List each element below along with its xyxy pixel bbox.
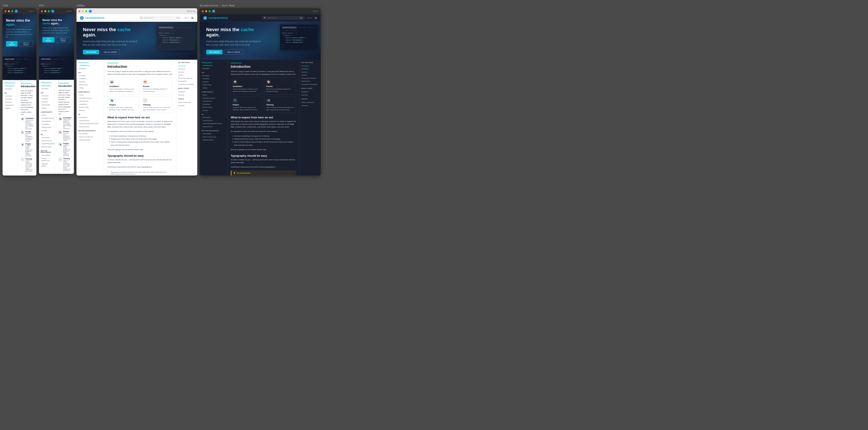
get-started-button-2[interactable]: Get Started — [42, 37, 55, 42]
sidebar-layoutortho-4[interactable]: LayoutOrthographicCamera — [202, 122, 225, 125]
code-tab-build[interactable]: build.css — [24, 58, 30, 60]
get-started-button-3[interactable]: Get Started — [83, 50, 99, 55]
github-icon-4[interactable]: ⚙ — [314, 16, 317, 20]
sidebar-examples-4[interactable]: Examples — [202, 67, 225, 70]
toc-installation-4[interactable]: Installation — [301, 90, 319, 94]
sidebar-3d-intro-4[interactable]: Introduction — [202, 116, 225, 119]
sidebar-reduce-3[interactable]: Reduce bundle size — [78, 135, 102, 139]
sidebar-layoutgroup-3[interactable]: LayoutGroup — [78, 100, 102, 103]
sidebar-motionconfig-4[interactable]: MotionConfig — [202, 106, 225, 109]
view-github-button-2[interactable]: View on GitHub — [56, 37, 70, 43]
sidebar-examples-3[interactable]: Examples — [78, 67, 102, 70]
view-github-button-3[interactable]: View on GitHub — [100, 49, 120, 55]
navbar-search-4[interactable]: 🔍 Search docs KK — [262, 16, 305, 20]
toc-installation-3[interactable]: Installation — [178, 90, 195, 94]
sidebar-gestures-1[interactable]: Gestures — [4, 101, 16, 104]
toc-ssr-3[interactable]: Server-side rendering — [178, 77, 195, 80]
sidebar-utilities-1[interactable]: Utilities — [4, 107, 16, 110]
maximize-dot[interactable] — [11, 10, 13, 12]
sidebar-introduction-1[interactable]: Introduction — [4, 85, 16, 88]
toc-motionvalues-4[interactable]: MotionValues — [301, 80, 319, 83]
toc-variants-3[interactable]: Variants — [178, 74, 195, 77]
github-icon-3[interactable]: ⚙ — [191, 16, 194, 20]
sidebar-transition-2[interactable]: Transition — [41, 97, 53, 101]
toc-animations-3[interactable]: Animations — [178, 68, 195, 71]
code-tab-build-2[interactable]: build.css — [60, 58, 66, 60]
sidebar-utilities-3[interactable]: Utilities — [78, 87, 102, 90]
minimize-dot-4[interactable] — [205, 10, 207, 12]
sidebar-motioncanvas-2[interactable]: MotionCanvas — [41, 145, 53, 148]
get-started-button-4[interactable]: Get Started — [206, 50, 222, 55]
maximize-dot-3[interactable] — [85, 10, 87, 12]
sidebar-animation-1[interactable]: Animation — [4, 95, 16, 98]
sidebar-motionvalue-2[interactable]: MotionValue — [41, 103, 53, 107]
sidebar-reduce-bundle-2[interactable]: Reduce bundle size — [41, 157, 53, 162]
toc-scroll-3[interactable]: Scroll-based animations — [178, 83, 195, 86]
close-dot-4[interactable] — [202, 10, 204, 12]
code-tab-index-3[interactable]: index.html — [175, 26, 183, 29]
sidebar-motion-4[interactable]: Motion — [202, 94, 225, 97]
sidebar-lazymotion-4[interactable]: LazyMotion — [202, 103, 225, 106]
sidebar-motioncanvas-4[interactable]: MotionCanvas — [202, 125, 225, 129]
toc-scroll-4[interactable]: Scroll-based animations — [301, 83, 319, 86]
sidebar-reorder-3[interactable]: Reorder — [78, 109, 102, 112]
sidebar-layoutcamera-2[interactable]: LayoutCamera — [41, 139, 53, 142]
code-tab-config-2[interactable]: tailwind.config.js — [41, 58, 51, 60]
toc-gestures-3[interactable]: Gestures — [178, 71, 195, 74]
code-tab-config-3[interactable]: tailwind.config.js — [158, 26, 174, 29]
minimize-dot-3[interactable] — [82, 10, 84, 12]
sidebar-animation-4[interactable]: Animation — [202, 74, 225, 77]
sidebar-animation-2[interactable]: Animation — [41, 94, 53, 98]
sidebar-utilities-4[interactable]: Utilities — [202, 87, 225, 90]
sidebar-3d-intro-3[interactable]: Introduction — [78, 116, 102, 119]
sidebar-transition-4[interactable]: Transition — [202, 77, 225, 80]
code-tab-build-4[interactable]: build.css — [308, 26, 316, 29]
toc-introduction-3[interactable]: Introduction — [178, 65, 195, 68]
sidebar-layoutgroup-2[interactable]: LayoutGroup — [41, 120, 53, 123]
minimize-dot-2[interactable] — [44, 10, 46, 12]
close-dot-2[interactable] — [41, 10, 43, 12]
navbar-search-3[interactable]: 🔍 Search docs KK — [139, 16, 181, 20]
toc-importing-4[interactable]: Importing — [301, 94, 319, 97]
sidebar-transition-3[interactable]: Transition — [78, 77, 102, 80]
sidebar-gestures-2[interactable]: Gestures — [41, 101, 53, 104]
sidebar-motionvalue-3[interactable]: MotionValue — [78, 84, 102, 87]
toc-gestures-4[interactable]: Gestures — [301, 71, 319, 74]
get-started-button-1[interactable]: Get Started — [6, 41, 18, 46]
sidebar-layoutcamera-3[interactable]: LayoutCamera — [78, 119, 102, 122]
sidebar-lazymotion-3[interactable]: LazyMotion — [78, 103, 102, 106]
toc-ssr-4[interactable]: Server-side rendering — [301, 77, 319, 80]
sidebar-layoutortho-2[interactable]: LayoutOrthographicCamera — [41, 142, 53, 145]
sidebar-examples-2[interactable]: Examples — [41, 87, 53, 90]
code-tab-index-4[interactable]: index.html — [298, 26, 307, 29]
maximize-dot-4[interactable] — [209, 10, 211, 12]
sidebar-3d-intro-2[interactable]: Introduction — [41, 136, 53, 139]
sidebar-animatepresence-2[interactable]: AnimatePresence — [41, 117, 53, 120]
toc-motion-components-3[interactable]: Motion components — [178, 101, 195, 104]
toc-variants-4[interactable]: Variants — [301, 74, 319, 77]
sidebar-motionvalue-1[interactable]: MotionValue — [4, 104, 16, 107]
sidebar-motionconfig-2[interactable]: MotionConfig — [41, 126, 53, 129]
sidebar-introduction-2[interactable]: Introduction — [41, 84, 53, 88]
toc-introduction-4[interactable]: Introduction — [301, 65, 319, 68]
sidebar-gestures-4[interactable]: Gestures — [202, 80, 225, 84]
sidebar-upgrade-4[interactable]: Upgrade guides — [202, 138, 225, 142]
toc-animation-topic-3[interactable]: Animation — [178, 104, 195, 107]
sidebar-utilities-2[interactable]: Utilities — [41, 107, 53, 110]
sidebar-motion-3[interactable]: Motion — [78, 94, 102, 97]
sidebar-motionvalue-4[interactable]: MotionValue — [202, 84, 225, 87]
sidebar-intro-4[interactable]: • Introduction — [202, 64, 225, 67]
sidebar-accessibility-4[interactable]: Accessibility — [202, 132, 225, 135]
sidebar-lazymotion-2[interactable]: LazyMotion — [41, 123, 53, 126]
toc-animation-topic-4[interactable]: Animation — [301, 104, 319, 107]
sidebar-accessibility-2[interactable]: Accessibility — [41, 154, 53, 157]
sidebar-animatepresence-4[interactable]: AnimatePresence — [202, 97, 225, 100]
sidebar-motioncanvas-3[interactable]: MotionCanvas — [78, 125, 102, 129]
sidebar-animation-3[interactable]: Animation — [78, 74, 102, 77]
sidebar-layoutcamera-4[interactable]: LayoutCamera — [202, 119, 225, 122]
code-tab-index[interactable]: index.html — [16, 58, 23, 60]
sidebar-motionconfig-3[interactable]: MotionConfig — [78, 106, 102, 109]
sidebar-layoutgroup-4[interactable]: LayoutGroup — [202, 100, 225, 103]
close-dot-3[interactable] — [79, 10, 80, 12]
sidebar-upgrade-2[interactable]: Upgrade guides — [41, 162, 53, 168]
